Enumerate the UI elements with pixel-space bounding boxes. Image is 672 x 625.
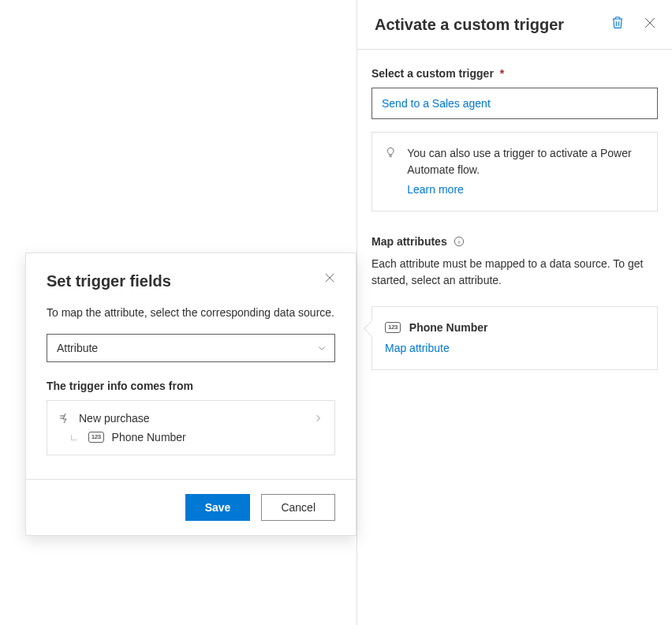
close-icon [644,17,656,29]
close-modal-button[interactable] [324,272,335,283]
modal-description: To map the attribute, select the corresp… [47,305,335,321]
info-icon [454,236,465,247]
save-button[interactable]: Save [185,494,251,521]
select-trigger-label: Select a custom trigger * [371,67,658,80]
custom-trigger-value: Send to a Sales agent [382,97,491,110]
trigger-source-child: ∟ 123 Phone Number [58,431,323,443]
number-type-icon: 123 [385,322,401,333]
trigger-source-root-label: New purchase [79,412,150,425]
info-text: You can also use a trigger to activate a… [407,145,644,198]
cancel-button[interactable]: Cancel [261,494,335,521]
modal-footer: Save Cancel [26,479,356,535]
panel-header-actions [610,14,656,30]
info-callout: You can also use a trigger to activate a… [371,132,658,211]
trash-icon [610,16,625,30]
close-icon [324,272,335,283]
attribute-card[interactable]: 123 Phone Number Map attribute [371,306,658,370]
map-attribute-link[interactable]: Map attribute [385,342,450,354]
attribute-name: Phone Number [409,321,488,334]
required-asterisk: * [500,67,504,80]
modal-header: Set trigger fields [47,272,335,290]
panel-title: Activate a custom trigger [375,14,564,35]
panel-header: Activate a custom trigger [357,0,672,50]
modal-body: Set trigger fields To map the attribute,… [26,253,356,458]
lightbulb-icon [385,145,396,159]
trigger-source-card[interactable]: New purchase ∟ 123 Phone Number [47,400,335,455]
learn-more-link[interactable]: Learn more [407,182,644,198]
trigger-source-root: New purchase [58,412,323,425]
tree-connector-icon: ∟ [69,432,79,443]
chevron-down-icon [317,343,327,353]
map-attributes-header: Map attributes [371,235,658,248]
select-trigger-label-text: Select a custom trigger [371,67,494,80]
attribute-dropdown-label: Attribute [57,342,98,354]
trigger-source-label: The trigger info comes from [47,380,335,392]
info-text-content: You can also use a trigger to activate a… [407,147,631,176]
panel-content: Select a custom trigger * Send to a Sale… [357,50,672,387]
attribute-dropdown[interactable]: Attribute [47,334,335,362]
lightning-icon [58,412,71,425]
attribute-card-header: 123 Phone Number [385,321,644,334]
close-panel-button[interactable] [644,17,656,29]
number-type-icon: 123 [88,432,104,443]
set-trigger-fields-modal: Set trigger fields To map the attribute,… [25,253,357,536]
custom-trigger-select[interactable]: Send to a Sales agent [371,88,658,119]
map-attributes-desc: Each attribute must be mapped to a data … [371,256,658,289]
side-panel: Activate a custom trigger Select a custo… [357,0,672,625]
chevron-right-icon [314,414,323,423]
modal-title: Set trigger fields [47,272,171,290]
delete-button[interactable] [610,16,625,30]
map-attributes-label: Map attributes [371,235,447,248]
trigger-source-child-label: Phone Number [112,431,186,443]
